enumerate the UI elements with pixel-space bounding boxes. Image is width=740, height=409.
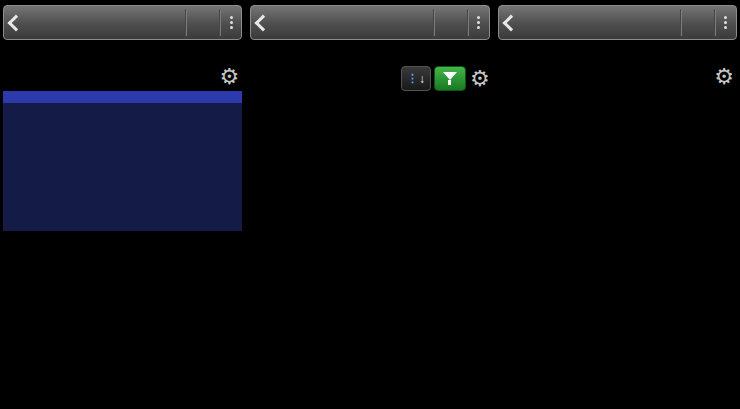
settings-gear-icon[interactable]: ⚙ — [714, 66, 734, 88]
time-step-bar — [498, 370, 737, 409]
funnel-icon — [443, 72, 457, 80]
back-chevron-icon — [255, 14, 272, 31]
eclipses-header — [498, 5, 737, 40]
overflow-menu-button[interactable] — [221, 16, 241, 29]
back-button[interactable] — [4, 6, 28, 39]
app-screens: ⚙ ⋮ ↓ — [0, 0, 740, 409]
time-step-bar — [3, 370, 242, 409]
eclipses-toolbar: ⚙ — [498, 65, 737, 89]
filter-button[interactable] — [434, 66, 466, 91]
header-divider — [185, 9, 187, 36]
twilight-panel: ⚙ — [0, 0, 245, 409]
settings-gear-icon[interactable]: ⚙ — [470, 68, 490, 90]
sort-button[interactable]: ⋮ ↓ — [401, 66, 431, 91]
overflow-menu-button[interactable] — [469, 16, 489, 29]
header-divider — [433, 9, 435, 36]
pagination-toolbar: ⋮ ↓ ⚙ — [250, 68, 489, 89]
eclipses-panel: ⚙ — [495, 0, 740, 409]
back-chevron-icon — [502, 14, 519, 31]
back-button[interactable] — [499, 6, 523, 39]
objects-panel: ⋮ ↓ ⚙ — [247, 0, 492, 409]
objects-tab-bar — [250, 43, 489, 65]
sort-dots-icon: ⋮ — [407, 73, 418, 84]
overflow-menu-button[interactable] — [716, 16, 736, 29]
eclipses-tab-bar — [498, 43, 737, 65]
twilight-toolbar: ⚙ — [3, 65, 242, 89]
back-chevron-icon — [8, 14, 25, 31]
month-axis — [3, 91, 242, 103]
twilight-tab-bar — [3, 43, 242, 65]
time-step-bar — [250, 370, 489, 409]
header-divider — [680, 9, 682, 36]
sort-arrow-icon: ↓ — [419, 73, 425, 85]
twilight-chart[interactable] — [3, 103, 242, 231]
objects-header — [250, 5, 489, 40]
twilight-header — [3, 5, 242, 40]
back-button[interactable] — [251, 6, 275, 39]
settings-gear-icon[interactable]: ⚙ — [220, 66, 240, 88]
